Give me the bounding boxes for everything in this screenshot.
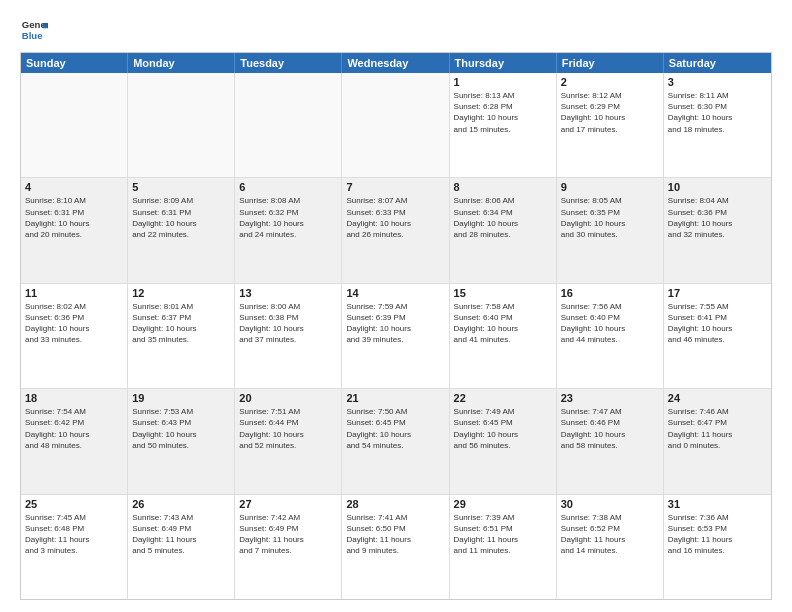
- calendar-row-4: 25Sunrise: 7:45 AMSunset: 6:48 PMDayligh…: [21, 495, 771, 599]
- weekday-header-tuesday: Tuesday: [235, 53, 342, 73]
- day-cell-21: 21Sunrise: 7:50 AMSunset: 6:45 PMDayligh…: [342, 389, 449, 493]
- day-number: 5: [132, 181, 230, 193]
- header: General Blue: [20, 16, 772, 44]
- day-info: Sunrise: 7:46 AMSunset: 6:47 PMDaylight:…: [668, 406, 767, 451]
- day-info: Sunrise: 8:05 AMSunset: 6:35 PMDaylight:…: [561, 195, 659, 240]
- empty-cell: [235, 73, 342, 177]
- day-cell-22: 22Sunrise: 7:49 AMSunset: 6:45 PMDayligh…: [450, 389, 557, 493]
- day-cell-16: 16Sunrise: 7:56 AMSunset: 6:40 PMDayligh…: [557, 284, 664, 388]
- day-info: Sunrise: 8:08 AMSunset: 6:32 PMDaylight:…: [239, 195, 337, 240]
- day-info: Sunrise: 7:59 AMSunset: 6:39 PMDaylight:…: [346, 301, 444, 346]
- day-number: 20: [239, 392, 337, 404]
- day-info: Sunrise: 7:39 AMSunset: 6:51 PMDaylight:…: [454, 512, 552, 557]
- day-number: 31: [668, 498, 767, 510]
- day-number: 24: [668, 392, 767, 404]
- calendar-row-0: 1Sunrise: 8:13 AMSunset: 6:28 PMDaylight…: [21, 73, 771, 178]
- day-cell-15: 15Sunrise: 7:58 AMSunset: 6:40 PMDayligh…: [450, 284, 557, 388]
- day-cell-9: 9Sunrise: 8:05 AMSunset: 6:35 PMDaylight…: [557, 178, 664, 282]
- day-number: 14: [346, 287, 444, 299]
- empty-cell: [21, 73, 128, 177]
- day-info: Sunrise: 8:11 AMSunset: 6:30 PMDaylight:…: [668, 90, 767, 135]
- day-number: 17: [668, 287, 767, 299]
- day-cell-2: 2Sunrise: 8:12 AMSunset: 6:29 PMDaylight…: [557, 73, 664, 177]
- day-number: 11: [25, 287, 123, 299]
- day-info: Sunrise: 7:36 AMSunset: 6:53 PMDaylight:…: [668, 512, 767, 557]
- day-number: 4: [25, 181, 123, 193]
- day-info: Sunrise: 7:45 AMSunset: 6:48 PMDaylight:…: [25, 512, 123, 557]
- day-info: Sunrise: 7:41 AMSunset: 6:50 PMDaylight:…: [346, 512, 444, 557]
- empty-cell: [342, 73, 449, 177]
- day-info: Sunrise: 7:51 AMSunset: 6:44 PMDaylight:…: [239, 406, 337, 451]
- day-cell-13: 13Sunrise: 8:00 AMSunset: 6:38 PMDayligh…: [235, 284, 342, 388]
- logo-icon: General Blue: [20, 16, 48, 44]
- weekday-header-friday: Friday: [557, 53, 664, 73]
- calendar-row-1: 4Sunrise: 8:10 AMSunset: 6:31 PMDaylight…: [21, 178, 771, 283]
- day-number: 8: [454, 181, 552, 193]
- day-number: 22: [454, 392, 552, 404]
- day-info: Sunrise: 8:04 AMSunset: 6:36 PMDaylight:…: [668, 195, 767, 240]
- day-cell-4: 4Sunrise: 8:10 AMSunset: 6:31 PMDaylight…: [21, 178, 128, 282]
- day-number: 6: [239, 181, 337, 193]
- day-cell-20: 20Sunrise: 7:51 AMSunset: 6:44 PMDayligh…: [235, 389, 342, 493]
- day-cell-26: 26Sunrise: 7:43 AMSunset: 6:49 PMDayligh…: [128, 495, 235, 599]
- day-info: Sunrise: 7:50 AMSunset: 6:45 PMDaylight:…: [346, 406, 444, 451]
- day-info: Sunrise: 8:06 AMSunset: 6:34 PMDaylight:…: [454, 195, 552, 240]
- day-cell-10: 10Sunrise: 8:04 AMSunset: 6:36 PMDayligh…: [664, 178, 771, 282]
- day-info: Sunrise: 7:58 AMSunset: 6:40 PMDaylight:…: [454, 301, 552, 346]
- day-cell-25: 25Sunrise: 7:45 AMSunset: 6:48 PMDayligh…: [21, 495, 128, 599]
- empty-cell: [128, 73, 235, 177]
- day-number: 15: [454, 287, 552, 299]
- day-info: Sunrise: 7:38 AMSunset: 6:52 PMDaylight:…: [561, 512, 659, 557]
- day-number: 7: [346, 181, 444, 193]
- day-info: Sunrise: 8:09 AMSunset: 6:31 PMDaylight:…: [132, 195, 230, 240]
- day-number: 12: [132, 287, 230, 299]
- day-cell-1: 1Sunrise: 8:13 AMSunset: 6:28 PMDaylight…: [450, 73, 557, 177]
- day-number: 19: [132, 392, 230, 404]
- day-number: 30: [561, 498, 659, 510]
- day-info: Sunrise: 8:01 AMSunset: 6:37 PMDaylight:…: [132, 301, 230, 346]
- day-cell-19: 19Sunrise: 7:53 AMSunset: 6:43 PMDayligh…: [128, 389, 235, 493]
- day-cell-8: 8Sunrise: 8:06 AMSunset: 6:34 PMDaylight…: [450, 178, 557, 282]
- day-number: 13: [239, 287, 337, 299]
- day-cell-17: 17Sunrise: 7:55 AMSunset: 6:41 PMDayligh…: [664, 284, 771, 388]
- weekday-header-saturday: Saturday: [664, 53, 771, 73]
- logo: General Blue: [20, 16, 52, 44]
- day-cell-3: 3Sunrise: 8:11 AMSunset: 6:30 PMDaylight…: [664, 73, 771, 177]
- day-number: 10: [668, 181, 767, 193]
- day-number: 28: [346, 498, 444, 510]
- day-number: 23: [561, 392, 659, 404]
- day-info: Sunrise: 7:55 AMSunset: 6:41 PMDaylight:…: [668, 301, 767, 346]
- day-number: 2: [561, 76, 659, 88]
- calendar-header: SundayMondayTuesdayWednesdayThursdayFrid…: [21, 53, 771, 73]
- weekday-header-wednesday: Wednesday: [342, 53, 449, 73]
- day-info: Sunrise: 7:43 AMSunset: 6:49 PMDaylight:…: [132, 512, 230, 557]
- day-info: Sunrise: 7:42 AMSunset: 6:49 PMDaylight:…: [239, 512, 337, 557]
- svg-text:Blue: Blue: [22, 30, 43, 41]
- weekday-header-thursday: Thursday: [450, 53, 557, 73]
- day-info: Sunrise: 7:53 AMSunset: 6:43 PMDaylight:…: [132, 406, 230, 451]
- day-number: 26: [132, 498, 230, 510]
- day-number: 16: [561, 287, 659, 299]
- day-number: 9: [561, 181, 659, 193]
- day-info: Sunrise: 7:54 AMSunset: 6:42 PMDaylight:…: [25, 406, 123, 451]
- calendar: SundayMondayTuesdayWednesdayThursdayFrid…: [20, 52, 772, 600]
- day-cell-31: 31Sunrise: 7:36 AMSunset: 6:53 PMDayligh…: [664, 495, 771, 599]
- calendar-body: 1Sunrise: 8:13 AMSunset: 6:28 PMDaylight…: [21, 73, 771, 599]
- day-info: Sunrise: 7:56 AMSunset: 6:40 PMDaylight:…: [561, 301, 659, 346]
- calendar-row-2: 11Sunrise: 8:02 AMSunset: 6:36 PMDayligh…: [21, 284, 771, 389]
- day-info: Sunrise: 8:02 AMSunset: 6:36 PMDaylight:…: [25, 301, 123, 346]
- day-info: Sunrise: 7:47 AMSunset: 6:46 PMDaylight:…: [561, 406, 659, 451]
- day-cell-5: 5Sunrise: 8:09 AMSunset: 6:31 PMDaylight…: [128, 178, 235, 282]
- day-info: Sunrise: 7:49 AMSunset: 6:45 PMDaylight:…: [454, 406, 552, 451]
- day-number: 3: [668, 76, 767, 88]
- day-number: 27: [239, 498, 337, 510]
- day-number: 21: [346, 392, 444, 404]
- day-cell-11: 11Sunrise: 8:02 AMSunset: 6:36 PMDayligh…: [21, 284, 128, 388]
- day-info: Sunrise: 8:00 AMSunset: 6:38 PMDaylight:…: [239, 301, 337, 346]
- day-cell-24: 24Sunrise: 7:46 AMSunset: 6:47 PMDayligh…: [664, 389, 771, 493]
- day-cell-12: 12Sunrise: 8:01 AMSunset: 6:37 PMDayligh…: [128, 284, 235, 388]
- day-number: 29: [454, 498, 552, 510]
- day-number: 18: [25, 392, 123, 404]
- day-cell-23: 23Sunrise: 7:47 AMSunset: 6:46 PMDayligh…: [557, 389, 664, 493]
- day-cell-18: 18Sunrise: 7:54 AMSunset: 6:42 PMDayligh…: [21, 389, 128, 493]
